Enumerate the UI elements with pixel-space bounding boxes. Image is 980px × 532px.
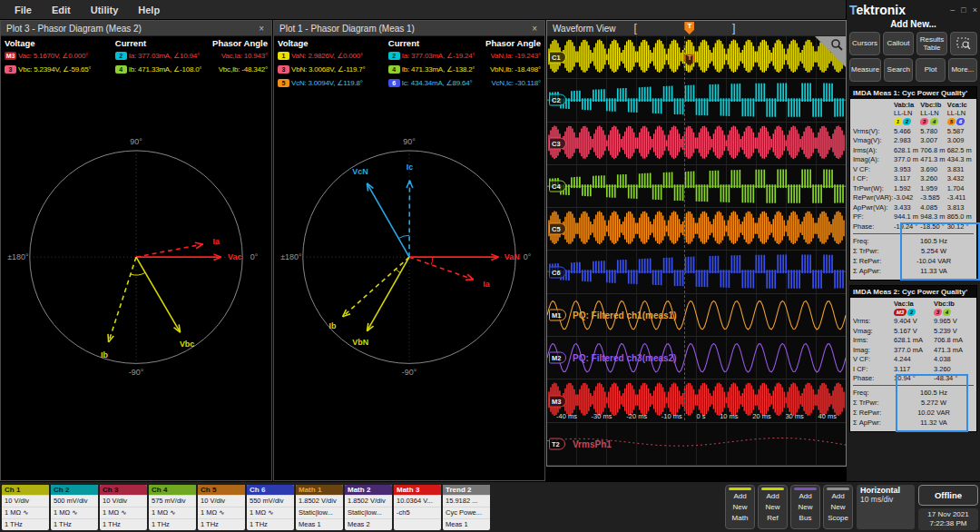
- menu-bar: FileEditUtilityHelp: [0, 0, 846, 20]
- plot3-phasor-panel: Plot 3 - Phasor Diagram (Meas 2) × Volta…: [0, 20, 272, 481]
- channel-badge-card[interactable]: Math 2 1.8502 V/div Static|low... Meas 2: [345, 485, 392, 530]
- add-button-line: Ref: [767, 513, 778, 524]
- channel-badge-card[interactable]: Ch 1 10 V/div 1 MΩ ∿ 1 THz: [2, 485, 49, 530]
- sidebar-button[interactable]: Results Table: [916, 32, 947, 55]
- meas-row: Imag(A): 377.0 m 471.3 m 434.3 m: [853, 155, 974, 165]
- channel-name[interactable]: Trend 2: [443, 485, 490, 495]
- waveform-view-titlebar[interactable]: Waveform View [ T ]: [547, 21, 846, 36]
- channel-badge-card[interactable]: Ch 3 10 V/div 1 MΩ ∿ 1 THz: [100, 485, 147, 530]
- waveform-row[interactable]: M1 PQ: Filtered ch1(meas1): [547, 294, 846, 337]
- waveform-grid[interactable]: T C1 C2 C3: [547, 36, 846, 466]
- voltage-value: Vac: 5.1670V, ∠0.000°: [18, 52, 88, 60]
- add-new-button[interactable]: Add New Scope: [823, 485, 853, 529]
- meas-col-badges: 1 2: [894, 118, 920, 125]
- channel-name[interactable]: Math 3: [394, 485, 441, 495]
- close-icon[interactable]: ×: [257, 24, 266, 34]
- channel-name[interactable]: Ch 6: [247, 485, 294, 495]
- waveform-channel-badge[interactable]: C3: [549, 137, 566, 149]
- meas-value: 3.432: [947, 174, 974, 182]
- plot3-phasor-diagram[interactable]: VacIaVbcIb 90° ±180° 0° -90°: [1, 77, 271, 480]
- sidebar-button[interactable]: More...: [948, 58, 977, 82]
- meas1-title[interactable]: IMDA Meas 1: Cyc Power Quality': [850, 87, 976, 99]
- meas2-rows: Vrms: 9.404 V 9.965 V Vmag: 5.167 V 5.23…: [853, 317, 974, 384]
- waveform-channel-badge[interactable]: C4: [549, 181, 566, 192]
- current-column-header: Current: [115, 38, 212, 48]
- waveform-row[interactable]: M2 PQ: Filtered ch3(meas2): [547, 337, 846, 379]
- sidebar-button[interactable]: Cursors: [849, 32, 880, 55]
- channel-coupling: -ch5: [394, 507, 441, 518]
- add-new-button[interactable]: Add New Math: [725, 485, 755, 529]
- close-button[interactable]: ×: [973, 5, 977, 15]
- zoom-bracket-open[interactable]: [: [633, 22, 636, 34]
- channel-badge-card[interactable]: Ch 2 500 mV/div 1 MΩ ∿ 1 THz: [51, 485, 98, 530]
- channel-name[interactable]: Math 1: [296, 485, 343, 495]
- waveform-row[interactable]: C4: [547, 165, 846, 208]
- waveform-channel-badge[interactable]: C5: [549, 223, 566, 235]
- phasor-result-row: M3 Vac: 5.1670V, ∠0.000° 2 Ia: 377.03mA,…: [1, 49, 271, 63]
- waveform-channel-badge[interactable]: C1: [549, 52, 566, 64]
- meas1-rows: Vrms(V): 5.466 5.780 5.587 Vmag(V): 2.98…: [853, 126, 974, 232]
- waveform-row[interactable]: C3: [547, 123, 846, 165]
- add-button-line: New: [830, 502, 845, 513]
- menu-item[interactable]: File: [15, 5, 32, 15]
- meas-value: 4.244: [894, 355, 934, 363]
- horizontal-panel[interactable]: Horizontal 10 ms/div: [857, 485, 915, 529]
- draw-a-box-button[interactable]: [950, 32, 977, 55]
- channel-scale: 10 V/div: [2, 495, 49, 507]
- minimize-button[interactable]: –: [950, 5, 955, 15]
- sidebar-button[interactable]: Callout: [883, 32, 914, 55]
- zoom-bracket-close[interactable]: ]: [732, 22, 735, 34]
- close-icon[interactable]: ×: [530, 24, 539, 34]
- waveform-row[interactable]: C1: [547, 36, 846, 79]
- channel-badge-card[interactable]: Ch 6 550 mV/div 1 MΩ ∿ 1 THz: [247, 485, 294, 530]
- source-badge: M3: [893, 309, 907, 316]
- meas-value: 3.953: [894, 165, 920, 173]
- meas-value: 3.117: [894, 365, 934, 373]
- sidebar-button[interactable]: Search: [884, 58, 913, 82]
- channel-badge-card[interactable]: Trend 2 15.9182 ... Cyc Powe... Meas 1: [443, 485, 490, 530]
- meas2-title[interactable]: IMDA Meas 2: Cyc Power Quality': [850, 286, 976, 298]
- waveform-channel-badge[interactable]: C6: [549, 266, 566, 278]
- channel-name[interactable]: Ch 3: [100, 485, 147, 495]
- plot1-titlebar[interactable]: Plot 1 - Phasor Diagram (Meas 1) ×: [274, 21, 544, 36]
- channel-badge-card[interactable]: Math 1 1.8502 V/div Static|low... Meas 1: [296, 485, 343, 530]
- waveform-row[interactable]: C5: [547, 208, 846, 251]
- add-new-button[interactable]: Add New Ref: [758, 485, 788, 529]
- channel-coupling: 1 MΩ ∿: [2, 507, 49, 518]
- waveform-channel-badge[interactable]: T2: [549, 438, 565, 449]
- add-new-button[interactable]: Add New Bus: [790, 485, 820, 529]
- sidebar-button[interactable]: Plot: [916, 58, 945, 82]
- plot1-phasor-diagram[interactable]: VaNIaVbNIbVcNIc 90° ±180° 0° -90°: [274, 77, 544, 480]
- menu-item[interactable]: Utility: [91, 5, 119, 15]
- channel-badge-card[interactable]: Math 3 10.0364 V... -ch5: [394, 485, 441, 530]
- waveform-row[interactable]: C6: [547, 251, 846, 293]
- channel-scale: 10 V/div: [100, 495, 147, 507]
- channel-name[interactable]: Ch 1: [2, 485, 49, 495]
- channel-name[interactable]: Ch 2: [51, 485, 98, 495]
- waveform-channel-badge[interactable]: C2: [549, 94, 566, 106]
- date: 17 Nov 2021: [918, 510, 978, 519]
- channel-name[interactable]: Math 2: [345, 485, 392, 495]
- waveform-channel-badge[interactable]: M3: [549, 395, 566, 407]
- sidebar-button[interactable]: Measure: [849, 58, 881, 82]
- meas-row: Irms: 628.1 mA 706.8 mA: [853, 336, 974, 346]
- channel-bandwidth: Meas 1: [443, 518, 490, 530]
- waveform-channel-badge[interactable]: M2: [549, 352, 566, 364]
- meas-value: -3.042: [894, 193, 920, 202]
- channel-name[interactable]: Ch 4: [149, 485, 196, 495]
- waveform-channel-badge[interactable]: M1: [549, 309, 566, 320]
- angle-label-180: ±180°: [7, 252, 29, 261]
- menu-item[interactable]: Help: [138, 5, 160, 15]
- waveform-row[interactable]: T2 VrmsPh1: [547, 423, 846, 466]
- channel-badge-card[interactable]: Ch 4 575 mV/div 1 MΩ ∿ 1 THz: [149, 485, 196, 530]
- offline-button[interactable]: Offline: [918, 485, 978, 506]
- channel-badge-card[interactable]: Ch 5 10 V/div 1 MΩ ∿ 1 THz: [198, 485, 245, 530]
- add-button-line: Math: [732, 513, 749, 524]
- meas-row-label: Vmag(V):: [853, 136, 894, 144]
- waveform-row[interactable]: C2: [547, 79, 846, 122]
- channel-name[interactable]: Ch 5: [198, 485, 245, 495]
- restore-button[interactable]: □: [961, 5, 965, 15]
- menu-item[interactable]: Edit: [52, 5, 71, 15]
- plot3-titlebar[interactable]: Plot 3 - Phasor Diagram (Meas 2) ×: [1, 21, 271, 36]
- status-column: Offline 17 Nov 2021 7:22:38 PM: [918, 485, 978, 530]
